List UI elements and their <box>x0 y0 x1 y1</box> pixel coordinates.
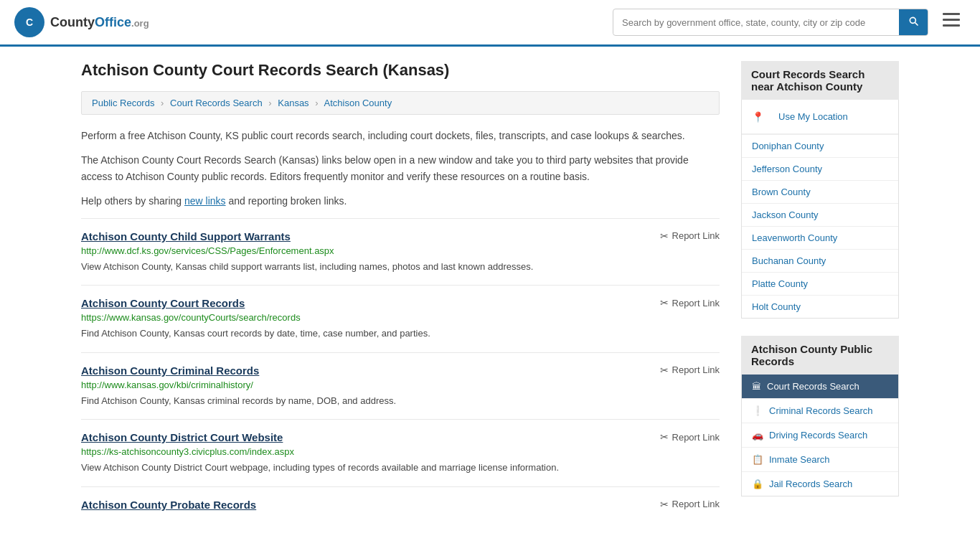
svg-rect-3 <box>943 19 960 21</box>
record-url-3[interactable]: http://www.kansas.gov/kbi/criminalhistor… <box>81 380 720 390</box>
use-location-link[interactable]: Use My Location <box>768 105 858 128</box>
list-item: Platte County <box>742 273 898 296</box>
search-button[interactable] <box>899 9 928 35</box>
county-link-holt[interactable]: Holt County <box>742 296 898 318</box>
report-link-4[interactable]: ✂ Report Link <box>660 431 720 443</box>
report-link-1[interactable]: ✂ Report Link <box>660 230 720 242</box>
breadcrumb-atchison-county[interactable]: Atchison County <box>324 98 392 108</box>
breadcrumb: Public Records › Court Records Search › … <box>81 91 720 115</box>
header-right <box>613 9 966 36</box>
breadcrumb-public-records[interactable]: Public Records <box>92 98 154 108</box>
public-records-section: Atchison County Public Records 🏛 Court R… <box>741 336 899 496</box>
report-icon-5: ✂ <box>660 499 669 510</box>
content-area: Atchison County Court Records Search (Ka… <box>81 61 720 525</box>
new-links-link[interactable]: new links <box>184 195 226 207</box>
report-link-3[interactable]: ✂ Report Link <box>660 364 720 376</box>
site-header: C CountyOffice.org <box>0 0 980 47</box>
driving-icon: 🚗 <box>752 430 763 441</box>
logo-icon: C <box>14 7 44 37</box>
report-icon-4: ✂ <box>660 431 669 443</box>
county-link-buchanan[interactable]: Buchanan County <box>742 250 898 272</box>
county-link-jefferson[interactable]: Jefferson County <box>742 158 898 180</box>
record-entry-5: Atchison County Probate Records ✂ Report… <box>81 486 720 525</box>
record-entry-4: Atchison County District Court Website ✂… <box>81 419 720 486</box>
nearby-section: Court Records Search near Atchison Count… <box>741 61 899 319</box>
nearby-header: Court Records Search near Atchison Count… <box>741 61 899 100</box>
court-icon: 🏛 <box>752 381 761 392</box>
jail-icon: 🔒 <box>752 479 763 489</box>
record-url-4[interactable]: https://ks-atchisoncounty3.civicplus.com… <box>81 446 720 457</box>
record-desc-2: Find Atchison County, Kansas court recor… <box>81 326 720 341</box>
breadcrumb-court-records[interactable]: Court Records Search <box>170 98 263 108</box>
list-item: 📋 Inmate Search <box>742 448 898 472</box>
court-records-search-link[interactable]: 🏛 Court Records Search <box>742 375 898 398</box>
use-location-item: 📍 Use My Location <box>742 100 898 135</box>
description-3: Help others by sharing new links and rep… <box>81 193 720 209</box>
svg-text:C: C <box>26 17 33 28</box>
record-url-2[interactable]: https://www.kansas.gov/countyCourts/sear… <box>81 312 720 323</box>
record-desc-4: View Atchison County District Court webp… <box>81 461 720 475</box>
record-url-1[interactable]: http://www.dcf.ks.gov/services/CSS/Pages… <box>81 245 720 256</box>
list-item: 🚗 Driving Records Search <box>742 423 898 448</box>
svg-rect-2 <box>943 13 960 15</box>
list-item: ❕ Criminal Records Search <box>742 399 898 423</box>
report-link-2[interactable]: ✂ Report Link <box>660 297 720 309</box>
criminal-icon: ❕ <box>752 405 763 416</box>
record-entry-2: Atchison County Court Records ✂ Report L… <box>81 285 720 352</box>
county-link-jackson[interactable]: Jackson County <box>742 204 898 226</box>
report-icon-1: ✂ <box>660 230 669 242</box>
criminal-records-link[interactable]: ❕ Criminal Records Search <box>742 399 898 423</box>
report-icon-2: ✂ <box>660 297 669 309</box>
svg-rect-4 <box>943 24 960 27</box>
county-link-platte[interactable]: Platte County <box>742 273 898 295</box>
record-title-2[interactable]: Atchison County Court Records <box>81 297 245 309</box>
list-item: 🔒 Jail Records Search <box>742 472 898 496</box>
record-title-4[interactable]: Atchison County District Court Website <box>81 431 283 443</box>
county-link-doniphan[interactable]: Doniphan County <box>742 135 898 157</box>
list-item: Leavenworth County <box>742 227 898 250</box>
record-entry-3: Atchison County Criminal Records ✂ Repor… <box>81 352 720 420</box>
jail-records-link[interactable]: 🔒 Jail Records Search <box>742 472 898 496</box>
list-item: Jackson County <box>742 204 898 227</box>
hamburger-menu-icon[interactable] <box>937 10 966 34</box>
report-icon-3: ✂ <box>660 364 669 376</box>
driving-records-link[interactable]: 🚗 Driving Records Search <box>742 423 898 447</box>
inmate-search-link[interactable]: 📋 Inmate Search <box>742 448 898 471</box>
record-desc-1: View Atchison County, Kansas child suppo… <box>81 260 720 274</box>
description-1: Perform a free Atchison County, KS publi… <box>81 128 720 143</box>
list-item: Jefferson County <box>742 158 898 181</box>
record-entry-1: Atchison County Child Support Warrants ✂… <box>81 218 720 286</box>
county-link-leavenworth[interactable]: Leavenworth County <box>742 227 898 249</box>
inmate-icon: 📋 <box>752 454 763 465</box>
main-container: Atchison County Court Records Search (Ka… <box>60 47 920 540</box>
list-item: Brown County <box>742 181 898 204</box>
location-pin-icon: 📍 <box>752 111 764 123</box>
record-title-5[interactable]: Atchison County Probate Records <box>81 499 256 511</box>
page-title: Atchison County Court Records Search (Ka… <box>81 61 720 80</box>
record-title-3[interactable]: Atchison County Criminal Records <box>81 364 259 377</box>
public-records-list: 🏛 Court Records Search ❕ Criminal Record… <box>741 375 899 496</box>
list-item: Holt County <box>742 296 898 318</box>
public-records-header: Atchison County Public Records <box>741 336 899 375</box>
sidebar: Court Records Search near Atchison Count… <box>741 61 899 525</box>
search-input[interactable] <box>613 11 899 34</box>
breadcrumb-kansas[interactable]: Kansas <box>278 98 308 108</box>
record-desc-3: Find Atchison County, Kansas criminal re… <box>81 394 720 408</box>
nearby-list: 📍 Use My Location Doniphan County Jeffer… <box>741 100 899 319</box>
list-item: 🏛 Court Records Search <box>742 375 898 399</box>
county-link-brown[interactable]: Brown County <box>742 181 898 203</box>
description-2: The Atchison County Court Records Search… <box>81 152 720 184</box>
search-bar <box>613 9 928 36</box>
report-link-5[interactable]: ✂ Report Link <box>660 499 720 510</box>
logo: C CountyOffice.org <box>14 7 149 37</box>
list-item: Doniphan County <box>742 135 898 158</box>
logo-text: CountyOffice.org <box>50 15 149 30</box>
record-title-1[interactable]: Atchison County Child Support Warrants <box>81 230 291 242</box>
list-item: Buchanan County <box>742 250 898 273</box>
